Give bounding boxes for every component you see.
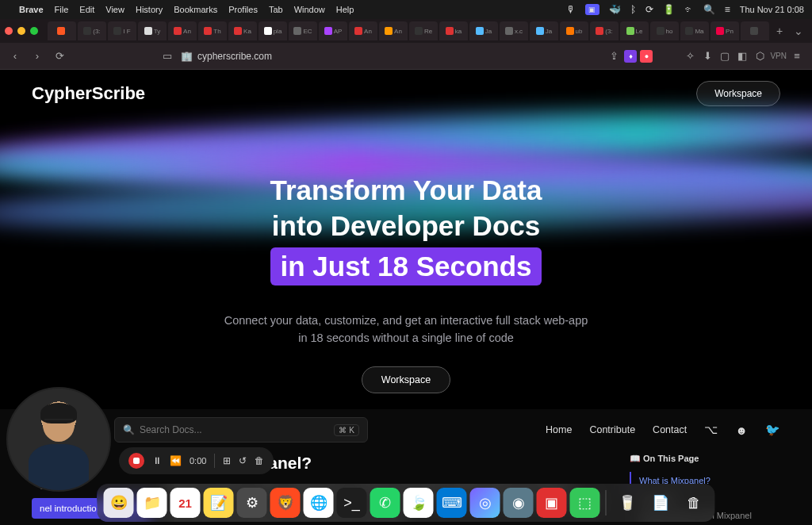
browser-tab[interactable]: Ma bbox=[680, 21, 709, 40]
minimize-window-button[interactable] bbox=[17, 27, 25, 35]
battery-icon[interactable]: 🔋 bbox=[663, 4, 675, 15]
menu-window[interactable]: Window bbox=[294, 5, 325, 14]
browser-tab[interactable] bbox=[48, 21, 76, 40]
webcam-bubble[interactable] bbox=[6, 387, 111, 492]
menu-bookmarks[interactable]: Bookmarks bbox=[174, 5, 217, 14]
browser-tab[interactable]: pla bbox=[259, 21, 287, 40]
download-icon[interactable]: ⬇ bbox=[700, 50, 714, 62]
extension-badge-2[interactable]: ● bbox=[640, 50, 653, 63]
menu-help[interactable]: Help bbox=[336, 5, 354, 14]
delete-recording-button[interactable]: 🗑 bbox=[255, 455, 264, 466]
browser-tab[interactable]: (3: bbox=[78, 21, 106, 40]
sync-icon[interactable]: ⟳ bbox=[645, 4, 653, 15]
workspace-button-header[interactable]: Workspace bbox=[696, 81, 780, 106]
dock-app-icon[interactable]: ◎ bbox=[470, 488, 500, 518]
dock-app-icon[interactable]: >_ bbox=[337, 488, 367, 518]
dock-app-icon[interactable]: 📁 bbox=[137, 488, 167, 518]
browser-tab[interactable]: ho bbox=[650, 21, 679, 40]
browser-tab[interactable]: Ja bbox=[469, 21, 498, 40]
browser-tab[interactable]: An bbox=[168, 21, 197, 40]
browser-tab[interactable]: I F bbox=[108, 21, 136, 40]
browser-tab[interactable] bbox=[741, 21, 769, 40]
dock-app-icon[interactable]: ⌨ bbox=[437, 488, 467, 518]
browser-tab[interactable]: EC bbox=[289, 21, 317, 40]
browser-tab[interactable]: Re bbox=[409, 21, 438, 40]
browser-tab[interactable]: An bbox=[349, 21, 377, 40]
share-button[interactable]: ⇪ bbox=[607, 50, 621, 62]
tab-overflow-button[interactable]: ⌄ bbox=[790, 25, 807, 37]
menu-file[interactable]: File bbox=[55, 5, 69, 14]
dock-app-icon[interactable]: ⚙︎ bbox=[237, 488, 267, 518]
sidebar-icon[interactable]: ◧ bbox=[735, 50, 749, 62]
menubar-clock[interactable]: Thu Nov 21 0:08 bbox=[740, 5, 804, 14]
browser-tab[interactable]: ub bbox=[560, 21, 588, 40]
control-center-icon[interactable]: ≡ bbox=[725, 4, 730, 15]
rewind-button[interactable]: ⏪ bbox=[170, 455, 182, 466]
dock-app-icon[interactable]: 🌐 bbox=[304, 488, 334, 518]
app-menu[interactable]: Brave bbox=[19, 5, 44, 14]
extension-badge-1[interactable]: ♦ bbox=[624, 50, 637, 63]
app-menu-icon[interactable]: ≡ bbox=[790, 50, 804, 62]
twitter-icon[interactable]: 🐦 bbox=[765, 423, 780, 437]
dock-app-icon[interactable]: ◉ bbox=[504, 488, 534, 518]
browser-tab[interactable]: An bbox=[379, 21, 408, 40]
dock-app-icon[interactable]: ✆ bbox=[370, 488, 400, 518]
bluetooth-icon[interactable]: ᛒ bbox=[630, 4, 636, 15]
reload-button[interactable]: ⟳ bbox=[52, 50, 67, 62]
dock-app-icon[interactable]: ▣ bbox=[537, 488, 567, 518]
docker-icon[interactable]: 🐳 bbox=[609, 4, 621, 15]
vpn-indicator[interactable]: VPN bbox=[770, 52, 787, 60]
pause-record-button[interactable]: ⏸ bbox=[152, 455, 162, 466]
browser-tab[interactable]: Th bbox=[198, 21, 227, 40]
wifi-icon[interactable]: ᯤ bbox=[684, 4, 694, 15]
dock-separator bbox=[606, 490, 607, 515]
dock-app-icon[interactable]: 🥛 bbox=[612, 488, 642, 518]
github-icon[interactable]: ⌥ bbox=[704, 423, 718, 437]
browser-tab[interactable]: Ty bbox=[138, 21, 167, 40]
brand-logo[interactable]: CypherScribe bbox=[32, 83, 145, 104]
dock-app-icon[interactable]: ⬚ bbox=[570, 488, 600, 518]
dock-app-icon[interactable]: 21 bbox=[170, 488, 201, 518]
draw-tool-button[interactable]: ⊞ bbox=[223, 455, 231, 466]
search-icon[interactable]: 🔍 bbox=[703, 4, 715, 15]
browser-tab[interactable]: Pn bbox=[710, 21, 739, 40]
browser-tab[interactable]: Ja bbox=[530, 21, 558, 40]
dock-app-icon[interactable]: 😀 bbox=[104, 488, 134, 518]
browser-tab[interactable]: (3: bbox=[590, 21, 619, 40]
close-window-button[interactable] bbox=[5, 27, 13, 35]
menu-edit[interactable]: Edit bbox=[79, 5, 94, 14]
menu-history[interactable]: History bbox=[136, 5, 163, 14]
new-tab-button[interactable]: + bbox=[771, 25, 788, 37]
wallet-icon[interactable]: ▢ bbox=[718, 50, 732, 62]
back-button[interactable]: ‹ bbox=[8, 50, 22, 62]
dock-app-icon[interactable]: 📄 bbox=[645, 488, 676, 518]
menu-profiles[interactable]: Profiles bbox=[228, 5, 258, 14]
dock-app-icon[interactable]: 📝 bbox=[204, 488, 234, 518]
screen-record-indicator-icon[interactable]: ▣ bbox=[585, 4, 599, 15]
menu-view[interactable]: View bbox=[105, 5, 124, 14]
dock-app-icon[interactable]: 🍃 bbox=[404, 488, 434, 518]
maximize-window-button[interactable] bbox=[30, 27, 38, 35]
forward-button[interactable]: › bbox=[30, 50, 44, 62]
docs-search-input[interactable]: 🔍 Search Docs... ⌘ K bbox=[114, 417, 368, 443]
restart-button[interactable]: ↺ bbox=[239, 455, 247, 466]
shields-icon[interactable]: ⬡ bbox=[753, 50, 767, 62]
docs-nav-contribute[interactable]: Contribute bbox=[589, 424, 635, 435]
browser-tab[interactable]: x.c bbox=[500, 21, 528, 40]
browser-tab[interactable]: ka bbox=[439, 21, 468, 40]
browser-tab[interactable]: AP bbox=[319, 21, 347, 40]
bookmark-icon[interactable]: ▭ bbox=[160, 50, 174, 62]
workspace-button-cta[interactable]: Workspace bbox=[362, 366, 450, 393]
dock-app-icon[interactable]: 🗑 bbox=[679, 488, 709, 518]
rewards-icon[interactable]: ✧ bbox=[683, 50, 697, 62]
stop-record-button[interactable] bbox=[128, 453, 144, 469]
address-bar[interactable]: 🏢 cypherscribe.com bbox=[181, 51, 272, 62]
docs-nav-contact[interactable]: Contact bbox=[653, 424, 687, 435]
menu-tab[interactable]: Tab bbox=[269, 5, 283, 14]
dock-app-icon[interactable]: 🦁 bbox=[270, 488, 301, 518]
docs-nav-home[interactable]: Home bbox=[546, 424, 572, 435]
reddit-icon[interactable]: ☻ bbox=[735, 423, 748, 437]
browser-tab[interactable]: Le bbox=[620, 21, 649, 40]
browser-tab[interactable]: Ka bbox=[228, 21, 257, 40]
mic-icon[interactable]: 🎙 bbox=[566, 4, 576, 15]
